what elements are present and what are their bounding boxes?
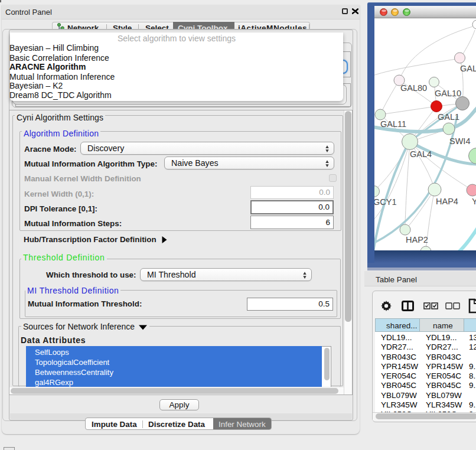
svg-text:GAL11: GAL11 xyxy=(380,119,406,129)
svg-text:GAL1: GAL1 xyxy=(438,112,459,122)
svg-text:GAL10: GAL10 xyxy=(435,89,461,98)
svg-text:YL: YL xyxy=(472,197,476,206)
svg-text:GAL80: GAL80 xyxy=(400,83,427,93)
svg-text:SWI4: SWI4 xyxy=(449,136,470,146)
svg-text:HAP4: HAP4 xyxy=(436,197,458,206)
svg-text:GAL7: GAL7 xyxy=(460,64,476,73)
svg-text:GCY1: GCY1 xyxy=(374,197,397,207)
svg-text:HAP2: HAP2 xyxy=(406,235,428,244)
svg-text:GAL4: GAL4 xyxy=(410,149,432,159)
